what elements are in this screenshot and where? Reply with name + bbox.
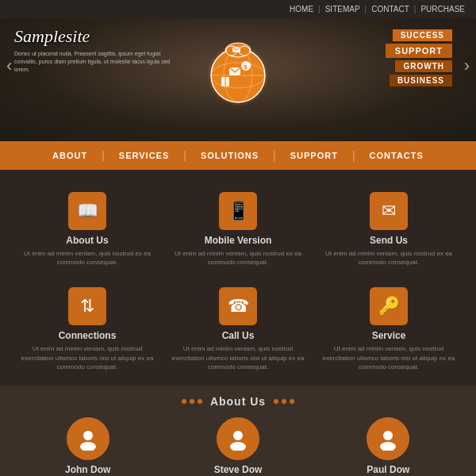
person-steve: Steve Dow Ut enim ad minim veniam, quis … <box>166 417 309 476</box>
svg-text:$: $ <box>244 63 248 71</box>
hero-badges: SUCCESS SUPPORT GROWTH BUSINESS <box>386 29 452 86</box>
globe-graphic: $ <box>194 26 282 113</box>
nav-about[interactable]: ABOUT <box>38 151 102 160</box>
person-paul: Paul Dow Ut enim ad minim veniam, quis n… <box>317 417 460 476</box>
service-send: ✉ Send Us Ut enim ad minim veniam, quis … <box>317 186 460 273</box>
top-nav-home[interactable]: HOME <box>290 5 313 13</box>
about-section: About Us John Dow Ut enim ad minim venia… <box>0 386 476 476</box>
service-desc-0: Ut enim ad minim veniam, quis nostrud ex… <box>19 249 155 267</box>
dot-5 <box>282 399 286 404</box>
svg-point-19 <box>380 442 396 451</box>
service-title-5: Service <box>372 330 406 341</box>
svg-point-17 <box>230 442 246 451</box>
svg-point-16 <box>233 431 243 440</box>
svg-point-14 <box>83 431 93 440</box>
person-name-0: John Dow <box>65 464 110 475</box>
services-section: 📖 About Us Ut enim ad minim veniam, quis… <box>0 170 476 386</box>
svg-point-18 <box>383 431 393 440</box>
top-navigation: HOME | SITEMAP | CONTACT | PURCHASE <box>0 0 476 18</box>
nav-solutions[interactable]: SOLUTIONS <box>186 151 273 160</box>
site-title: Samplesite <box>14 26 173 47</box>
service-desc-1: Ut enim ad minim veniam, quis nostrud ex… <box>170 249 306 267</box>
dot-1 <box>182 399 186 404</box>
top-nav-contact[interactable]: CONTACT <box>371 5 409 13</box>
service-desc-2: Ut enim ad minim veniam, quis nostrud ex… <box>321 249 457 267</box>
person-name-2: Paul Dow <box>367 464 409 475</box>
top-nav-purchase[interactable]: PURCHASE <box>420 5 465 13</box>
dot-4 <box>274 399 278 404</box>
nav-contacts[interactable]: CONTACTS <box>355 151 438 160</box>
hero-next-arrow[interactable]: › <box>464 56 470 76</box>
service-icon-connections: ⇅ <box>68 287 106 325</box>
about-header: About Us <box>16 395 460 408</box>
service-call: ☎ Call Us Ut enim ad minim veniam, quis … <box>167 281 309 378</box>
svg-point-12 <box>239 46 250 56</box>
header-dots-right <box>274 399 294 404</box>
person-john: John Dow Ut enim ad minim veniam, quis n… <box>16 417 159 476</box>
nav-services[interactable]: SERVICES <box>105 151 183 160</box>
service-icon-about: 📖 <box>68 192 106 230</box>
svg-point-15 <box>80 442 96 451</box>
main-navigation: ABOUT | SERVICES | SOLUTIONS | SUPPORT |… <box>0 141 476 170</box>
site-logo: Samplesite Donec ut placerat nulla. Prae… <box>14 26 173 73</box>
header-dots-left <box>182 399 202 404</box>
service-desc-5: Ut enim ad minim veniam, quis nostrud ex… <box>321 344 457 371</box>
service-title-3: Connections <box>59 330 117 341</box>
person-name-1: Steve Dow <box>214 464 263 475</box>
nav-support[interactable]: SUPPORT <box>276 151 352 160</box>
hero-tagline: Donec ut placerat nulla. Praesent sagitt… <box>14 50 173 73</box>
dot-2 <box>190 399 194 404</box>
service-key: 🔑 Service Ut enim ad minim veniam, quis … <box>317 281 460 378</box>
about-title: About Us <box>210 395 266 408</box>
avatar-john <box>67 417 109 460</box>
service-desc-4: Ut enim ad minim veniam, quis nostrud ex… <box>170 344 306 371</box>
service-icon-call: ☎ <box>219 287 257 325</box>
badge-growth: GROWTH <box>395 60 452 72</box>
service-title-0: About Us <box>66 235 108 246</box>
service-title-1: Mobile Version <box>205 235 272 246</box>
services-grid: 📖 About Us Ut enim ad minim veniam, quis… <box>16 186 460 378</box>
service-mobile: 📱 Mobile Version Ut enim ad minim veniam… <box>167 186 309 273</box>
top-nav-sitemap[interactable]: SITEMAP <box>325 5 360 13</box>
service-about-us: 📖 About Us Ut enim ad minim veniam, quis… <box>16 186 159 273</box>
service-icon-send: ✉ <box>370 192 408 230</box>
dot-3 <box>198 399 202 404</box>
avatar-paul <box>367 417 409 460</box>
badge-support: SUPPORT <box>386 44 452 58</box>
people-grid: John Dow Ut enim ad minim veniam, quis n… <box>16 417 460 476</box>
hero-prev-arrow[interactable]: ‹ <box>6 56 12 76</box>
service-desc-3: Ut enim ad minim veniam, quis nostrud ex… <box>19 344 155 371</box>
service-title-2: Send Us <box>370 235 408 246</box>
badge-business: BUSINESS <box>390 75 452 86</box>
hero-section: Samplesite Donec ut placerat nulla. Prae… <box>0 18 476 141</box>
service-title-4: Call Us <box>222 330 255 341</box>
service-connections: ⇅ Connections Ut enim ad minim veniam, q… <box>16 281 159 378</box>
badge-success: SUCCESS <box>393 29 452 41</box>
avatar-steve <box>217 417 259 460</box>
dot-6 <box>290 399 294 404</box>
service-icon-key: 🔑 <box>370 287 408 325</box>
service-icon-mobile: 📱 <box>219 192 257 230</box>
